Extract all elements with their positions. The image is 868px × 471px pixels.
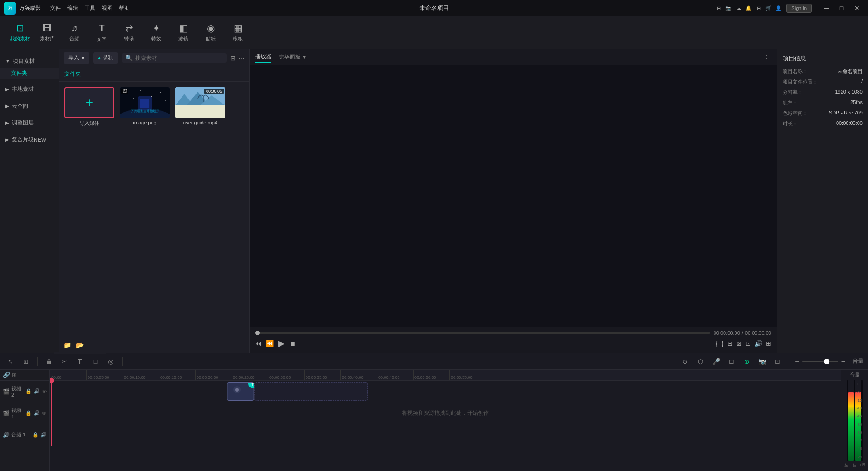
zoom-out-button[interactable]: − [795, 357, 799, 366]
search-input[interactable] [135, 55, 223, 61]
track-lane-audio1[interactable] [50, 424, 841, 446]
cart-icon[interactable]: 🛒 [764, 4, 773, 12]
tl-screen-btn[interactable]: ⊡ [772, 356, 784, 367]
sidebar-section-adjustment-header[interactable]: ▶ 调整图层 [0, 116, 59, 129]
ruler-mark-7: 00:00:35:00 [304, 370, 340, 381]
tool-assets-lib[interactable]: 🎞 素材库 [35, 20, 60, 45]
cloud-icon[interactable]: ☁ [735, 4, 743, 12]
sidebar-item-folder[interactable]: 文件夹 [0, 68, 59, 79]
info-panel: 项目信息 项目名称： 未命名项目 项目文件位置： / 分辨率： 1920 x 1… [777, 49, 868, 353]
sidebar-section-compound-header[interactable]: ▶ 复合片段 NEW [0, 133, 59, 146]
tool-audio[interactable]: ♬ 音频 [62, 20, 87, 45]
tl-cut-tool[interactable]: ✂ [59, 356, 70, 367]
mark-out-icon[interactable]: } [721, 340, 724, 347]
user-icon[interactable]: 👤 [774, 4, 783, 12]
next-frame-button[interactable]: ⏹ [289, 340, 296, 347]
video2-lock-icon[interactable]: 🔒 [25, 388, 32, 394]
add-folder-icon[interactable]: 📁 [64, 342, 71, 349]
maximize-button[interactable]: □ [834, 2, 849, 15]
tl-rect-tool[interactable]: □ [89, 356, 101, 367]
video1-lock-icon[interactable]: 🔒 [25, 410, 32, 416]
tl-select-tool[interactable]: ↖ [5, 356, 16, 367]
new-folder-icon[interactable]: 📂 [76, 342, 84, 349]
progress-thumb[interactable] [255, 331, 260, 335]
tool-my-assets[interactable]: ⊡ 我的素材 [7, 20, 33, 45]
close-button[interactable]: ✕ [850, 2, 864, 15]
rewind-button[interactable]: ⏮ [255, 340, 261, 347]
audio1-lock-icon[interactable]: 🔒 [32, 432, 39, 438]
menu-help[interactable]: 帮助 [119, 5, 130, 12]
tl-auto-btn[interactable]: ⊙ [679, 356, 691, 367]
track-lane-video1[interactable]: 将视频和资源拖拽到此处，开始创作 [50, 402, 841, 424]
tl-green-btn[interactable]: ⊕ [741, 356, 753, 367]
more-options-icon[interactable]: ⋯ [238, 55, 245, 62]
tool-effects[interactable]: ✦ 特效 [143, 20, 169, 45]
fullscreen-icon[interactable]: ⛶ [766, 54, 771, 60]
media-item-video[interactable]: 00:00:05 user guide.mp4 [175, 87, 225, 127]
menu-view[interactable]: 视图 [102, 5, 113, 12]
bell-icon[interactable]: 🔔 [745, 4, 753, 12]
timeline-tracks[interactable]: 00:00 00:00:05:00 00:00:10:00 00:00:15:0… [50, 370, 841, 471]
mark-in-icon[interactable]: { [716, 340, 718, 347]
clip-icon[interactable]: ⊟ [727, 340, 733, 347]
zoom-slider[interactable] [802, 361, 838, 362]
video2-eye-icon[interactable]: 👁 [42, 389, 47, 394]
volume-icon[interactable]: 🔊 [755, 340, 762, 347]
camera-icon[interactable]: 📷 [725, 4, 733, 12]
tl-mic-btn[interactable]: 🎤 [710, 356, 722, 367]
tab-dropdown-icon[interactable]: ▼ [302, 55, 306, 59]
audio1-vol-icon[interactable]: 🔊 [40, 432, 47, 438]
tl-marker-btn[interactable]: ⬡ [695, 356, 706, 367]
path-folder[interactable]: 文件夹 [64, 70, 81, 78]
play-button[interactable]: ▶ [278, 338, 285, 348]
transition-icon: ⇄ [125, 23, 133, 34]
import-thumb[interactable]: + [64, 87, 114, 118]
sidebar-section-local-header[interactable]: ▶ 本地素材 [0, 83, 59, 96]
tl-pen-tool[interactable]: ◎ [105, 356, 117, 367]
filter-icon[interactable]: ⊟ [230, 55, 236, 62]
tool-text[interactable]: T 文字 [89, 20, 114, 45]
playhead[interactable] [51, 381, 52, 446]
tool-template[interactable]: ▦ 模板 [225, 20, 251, 45]
drop-zone-hint[interactable] [254, 382, 368, 401]
tl-ripple-tool[interactable]: ⊞ [20, 356, 32, 367]
sidebar-section-cloud-header[interactable]: ▶ 云空间 [0, 99, 59, 113]
tab-player[interactable]: 播放器 [255, 51, 271, 63]
tool-sticker[interactable]: ◉ 贴纸 [198, 20, 223, 45]
menu-file[interactable]: 文件 [50, 5, 61, 12]
progress-bar-track[interactable] [255, 332, 710, 334]
grid-icon[interactable]: ⊞ [755, 4, 763, 12]
track-lane-video2[interactable]: + [50, 381, 841, 402]
tool-filter[interactable]: ◧ 滤镜 [171, 20, 196, 45]
menu-edit[interactable]: 编辑 [67, 5, 78, 12]
video1-vol-icon[interactable]: 🔊 [34, 410, 40, 416]
record-button[interactable]: ● 录制 [93, 52, 118, 64]
tl-text-tool[interactable]: T [74, 356, 86, 367]
sidebar-section-project-header[interactable]: ▼ 项目素材 [0, 55, 59, 68]
snapshot-icon[interactable]: ⊡ [745, 340, 751, 347]
import-button[interactable]: 导入 ▼ [64, 52, 89, 64]
monitor-icon[interactable]: ⊟ [715, 4, 723, 12]
tl-cam-btn[interactable]: 📷 [756, 356, 768, 367]
upgrade-button[interactable]: Sign in [786, 4, 812, 13]
tab-finish[interactable]: 完毕面板 ▼ [279, 51, 306, 63]
timeline-clip-image[interactable]: + [227, 382, 254, 401]
split-icon[interactable]: ⊠ [736, 340, 742, 347]
tool-transition[interactable]: ⇄ 转场 [116, 20, 142, 45]
menu-tools[interactable]: 工具 [84, 5, 95, 12]
video1-eye-icon[interactable]: 👁 [42, 411, 47, 416]
snapping-button[interactable]: ⊞ [12, 372, 17, 378]
zoom-in-button[interactable]: + [841, 357, 845, 366]
prev-frame-button[interactable]: ⏪ [266, 340, 274, 347]
video2-vol-icon[interactable]: 🔊 [34, 388, 40, 394]
media-item-image[interactable]: 万兴喵影全球旗舰形 🖼 image.png [120, 87, 170, 127]
media-item-import[interactable]: + 导入媒体 [64, 87, 114, 127]
minimize-button[interactable]: ─ [819, 2, 833, 15]
video-thumb[interactable]: 00:00:05 [175, 87, 225, 118]
video-label: user guide.mp4 [175, 120, 225, 125]
tl-record-btn[interactable]: ⊟ [725, 356, 737, 367]
link-tracks-button[interactable]: 🔗 [3, 372, 10, 378]
image-thumb[interactable]: 万兴喵影全球旗舰形 🖼 [120, 87, 170, 118]
settings-icon[interactable]: ⊞ [766, 340, 771, 347]
tl-delete-tool[interactable]: 🗑 [43, 356, 55, 367]
